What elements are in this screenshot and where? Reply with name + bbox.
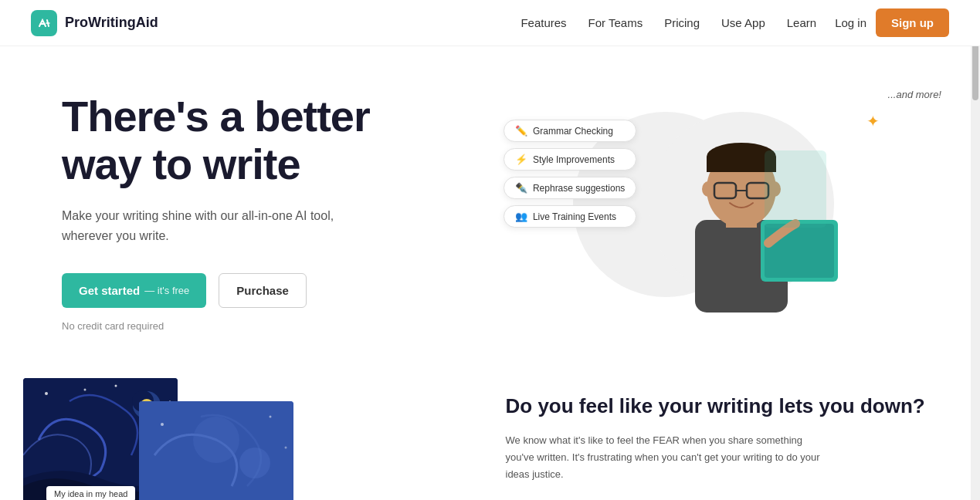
chip-training: 👥 Live Training Events xyxy=(504,205,636,228)
login-button[interactable]: Log in xyxy=(835,16,866,29)
svg-point-6 xyxy=(702,181,714,197)
svg-point-20 xyxy=(115,385,117,387)
get-started-button[interactable]: Get started — it's free xyxy=(62,273,206,308)
feature-chips: ✏️ Grammar Checking ⚡ Style Improvements… xyxy=(504,120,636,228)
hero-illustration: ✏️ Grammar Checking ⚡ Style Improvements… xyxy=(550,96,949,328)
lower-left-images: My idea in my head xyxy=(0,378,475,500)
svg-point-26 xyxy=(239,448,270,478)
sparkle-icon: ✦ xyxy=(866,112,880,130)
nav-item-learn[interactable]: Learn xyxy=(787,16,816,29)
and-more-label: ...and more! xyxy=(888,89,941,100)
hero-title: There's a better way to write xyxy=(62,93,550,188)
lower-right-content: Do you feel like your writing lets you d… xyxy=(475,378,950,483)
chip-grammar: ✏️ Grammar Checking xyxy=(504,120,636,142)
lower-section: My idea in my head Do you feel like your… xyxy=(0,378,980,500)
navbar: ProWritingAid Features For Teams Pricing… xyxy=(0,0,980,46)
person-illustration xyxy=(633,104,865,320)
logo-link[interactable]: ProWritingAid xyxy=(31,10,158,36)
rephrase-icon: ✒️ xyxy=(515,182,527,194)
signup-button[interactable]: Sign up xyxy=(876,8,949,37)
nav-item-use-app[interactable]: Use App xyxy=(721,16,765,29)
image-stack: My idea in my head xyxy=(0,378,463,500)
grammar-icon: ✏️ xyxy=(515,125,527,137)
training-icon: 👥 xyxy=(515,211,527,222)
lower-section-title: Do you feel like your writing lets you d… xyxy=(506,394,950,420)
blue-card-image xyxy=(139,401,293,500)
style-icon: ⚡ xyxy=(515,154,527,165)
svg-point-15 xyxy=(45,392,48,395)
lower-section-text: We know what it's like to feel the FEAR … xyxy=(506,432,830,483)
logo-icon xyxy=(31,10,57,36)
chip-grammar-label: Grammar Checking xyxy=(533,126,613,137)
chip-style: ⚡ Style Improvements xyxy=(504,148,636,171)
no-credit-card-text: No credit card required xyxy=(62,320,550,332)
idea-label: My idea in my head xyxy=(46,486,135,500)
chip-rephrase-label: Rephrase suggestions xyxy=(533,183,625,194)
svg-point-25 xyxy=(193,417,239,463)
blue-card-svg xyxy=(139,401,293,500)
scrollbar[interactable] xyxy=(971,0,980,500)
nav-item-features[interactable]: Features xyxy=(521,16,566,29)
svg-point-28 xyxy=(270,416,272,418)
svg-rect-13 xyxy=(765,150,826,228)
svg-rect-12 xyxy=(765,224,834,278)
purchase-button[interactable]: Purchase xyxy=(219,273,307,308)
hero-section: There's a better way to write Make your … xyxy=(0,46,980,363)
hero-buttons: Get started — it's free Purchase xyxy=(62,273,550,308)
svg-point-29 xyxy=(285,447,287,449)
chip-style-label: Style Improvements xyxy=(533,154,615,165)
person-svg xyxy=(633,104,849,312)
svg-point-16 xyxy=(84,389,86,391)
nav-item-pricing[interactable]: Pricing xyxy=(664,16,700,29)
get-started-label: Get started xyxy=(79,284,140,297)
nav-item-for-teams[interactable]: For Teams xyxy=(588,16,643,29)
hero-subtitle: Make your writing shine with our all-in-… xyxy=(62,206,355,245)
svg-point-27 xyxy=(161,423,164,426)
chip-rephrase: ✒️ Rephrase suggestions xyxy=(504,177,636,199)
chip-training-label: Live Training Events xyxy=(533,211,616,222)
logo-text: ProWritingAid xyxy=(65,15,158,31)
nav-links: Features For Teams Pricing Use App Learn xyxy=(521,16,816,29)
hero-left: There's a better way to write Make your … xyxy=(62,93,550,332)
free-tag: — it's free xyxy=(144,285,189,296)
